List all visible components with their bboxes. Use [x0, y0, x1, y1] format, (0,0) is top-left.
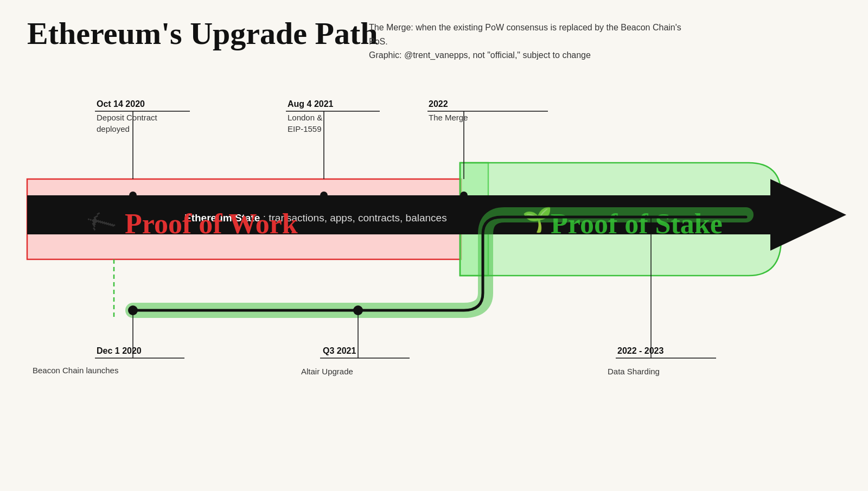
dot-q32021: [353, 305, 363, 315]
dot-dec2020: [128, 305, 138, 315]
event-oct2020-l2: deployed: [97, 124, 130, 133]
date-dec2020: Dec 1 2020: [97, 346, 142, 355]
beacon-green-outline: [133, 215, 746, 310]
date-2022: 2022: [429, 99, 448, 109]
main-arrow-body: [27, 195, 770, 234]
event-q32021: Altair Upgrade: [301, 367, 353, 376]
ethereum-state-label: Ethereum State : transactions, apps, con…: [184, 212, 447, 224]
date-oct2020: Oct 14 2020: [97, 99, 145, 109]
event-dec2020: Beacon Chain launches: [33, 366, 118, 375]
date-sharding: 2022 - 2023: [617, 346, 664, 355]
dot-2022: [460, 192, 468, 199]
event-aug2021-l2: EIP-1559: [288, 124, 322, 133]
date-q32021: Q3 2021: [323, 346, 356, 355]
event-oct2020-l1: Deposit Contract: [97, 113, 158, 122]
page-title: Ethereum's Upgrade Path: [27, 16, 378, 51]
event-aug2021-l1: London &: [288, 113, 322, 122]
pos-area-left-edge: [460, 163, 488, 276]
event-2022: The Merge: [429, 113, 468, 122]
pow-rectangle: [27, 179, 461, 259]
main-arrow-head: [770, 179, 846, 251]
pickaxe-icon: ⛏: [85, 206, 119, 240]
beacon-chain-line: [133, 217, 746, 310]
header-subtitle: The Merge: when the existing PoW consens…: [369, 21, 694, 62]
date-aug2021: Aug 4 2021: [288, 99, 334, 109]
pow-text: Proof of Work: [125, 208, 298, 239]
sprout-icon: 🌱: [522, 206, 552, 234]
page-container: Ethereum's Upgrade Path The Merge: when …: [0, 0, 868, 491]
pos-text: Proof of Stake: [551, 208, 723, 239]
svg-diagram: Ethereum State : transactions, apps, con…: [0, 0, 868, 491]
pos-area-main: [460, 163, 781, 276]
dot-oct2020: [129, 192, 137, 199]
event-sharding: Data Sharding: [608, 367, 660, 376]
dot-aug2021: [320, 192, 328, 199]
